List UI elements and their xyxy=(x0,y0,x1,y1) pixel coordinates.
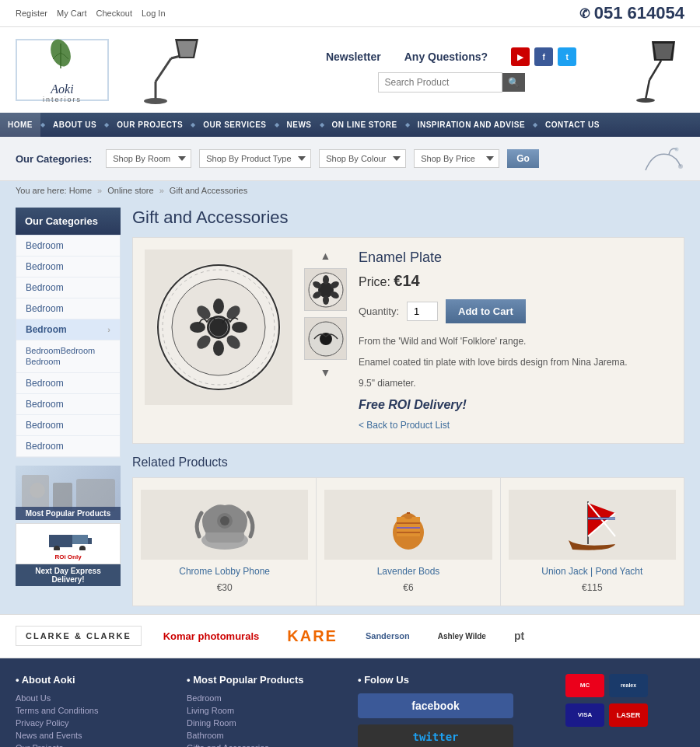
visa-icon: VISA xyxy=(565,703,604,727)
related-name-2[interactable]: Union Jack | Pond Yacht xyxy=(509,566,676,577)
sidebar-item[interactable]: Bedroom xyxy=(16,257,120,278)
mastercard-icon: MC xyxy=(565,674,604,697)
twitter-icon[interactable]: t xyxy=(558,47,576,66)
next-day-banner[interactable]: ROi Only Next Day Express Delivery! xyxy=(16,523,121,586)
search-button[interactable]: 🔍 xyxy=(502,73,525,92)
breadcrumb-online-store[interactable]: Online store xyxy=(107,186,153,195)
go-button[interactable]: Go xyxy=(507,149,539,168)
login-link[interactable]: Log In xyxy=(142,9,166,18)
newsletter-button[interactable]: Newsletter xyxy=(326,51,381,63)
related-item-0[interactable]: Chrome Lobby Phone €30 xyxy=(133,478,317,606)
footer-terms[interactable]: Terms and Conditions xyxy=(16,706,171,715)
related-name-1[interactable]: Lavender Bods xyxy=(324,566,492,577)
brand-ashley[interactable]: Ashley Wilde xyxy=(432,629,492,644)
shop-by-colour-select[interactable]: Shop By Colour xyxy=(319,149,406,168)
related-image-0 xyxy=(141,490,308,560)
breadcrumb: You are here: Home » Online store » Gift… xyxy=(0,181,700,200)
roi-label: ROi Only xyxy=(19,553,117,560)
sidebar-item[interactable]: BedroomBedroomBedroom xyxy=(16,340,120,373)
footer-pop-gifts[interactable]: Gifts and Accessories xyxy=(187,743,342,747)
related-products-grid: Chrome Lobby Phone €30 xyxy=(132,477,684,606)
social-icons-area: ▶ f t xyxy=(511,47,576,66)
checkout-link[interactable]: Checkout xyxy=(96,9,131,18)
nav-online-store[interactable]: ON LINE STORE xyxy=(324,113,405,137)
related-products-title: Related Products xyxy=(132,456,684,469)
sidebar-item[interactable]: Bedroom xyxy=(16,436,120,457)
yacht-svg xyxy=(557,494,627,556)
add-to-cart-button[interactable]: Add to Cart xyxy=(446,299,526,323)
sidebar-popular-banner[interactable]: Most Popular Products xyxy=(16,466,121,520)
svg-point-23 xyxy=(79,546,86,550)
svg-point-51 xyxy=(220,516,229,525)
footer-pop-bathroom[interactable]: Bathroom xyxy=(187,731,342,740)
phone-icon: ✆ xyxy=(579,6,590,21)
nav-about[interactable]: ABOUT US xyxy=(45,113,104,137)
footer-about-us[interactable]: About Us xyxy=(16,693,171,703)
my-cart-link[interactable]: My Cart xyxy=(57,9,87,18)
questions-button[interactable]: Any Questions? xyxy=(404,51,488,63)
back-to-list-link[interactable]: < Back to Product List xyxy=(359,420,450,431)
sidebar-list: Bedroom Bedroom Bedroom Bedroom Bedroom … xyxy=(16,235,121,458)
brand-kare[interactable]: KARE xyxy=(281,624,344,648)
sidebar-item[interactable]: Bedroom xyxy=(16,394,120,415)
footer-our-projects[interactable]: Our Projects xyxy=(16,743,171,747)
nav-projects[interactable]: OUR PROJECTS xyxy=(109,113,191,137)
categories-bar: Our Categories: Shop By Room Shop By Pro… xyxy=(0,137,700,181)
nav-inspiration[interactable]: INSPIRATION AND ADVISE xyxy=(410,113,533,137)
shop-by-price-select[interactable]: Shop By Price xyxy=(414,149,499,168)
svg-marker-7 xyxy=(177,41,196,57)
nav-home[interactable]: HOME xyxy=(0,113,40,137)
footer-pop-living[interactable]: Living Room xyxy=(187,706,342,715)
nav-contact[interactable]: CONTACT US xyxy=(537,113,607,137)
thumb-up-button[interactable]: ▲ xyxy=(320,250,331,262)
brand-komar[interactable]: Komar photomurals xyxy=(157,627,266,645)
footer: About Aoki About Us Terms and Conditions… xyxy=(0,658,700,747)
header-middle: Newsletter Any Questions? ▶ f t 🔍 xyxy=(296,47,607,93)
footer-pop-bedroom[interactable]: Bedroom xyxy=(187,693,342,703)
youtube-icon[interactable]: ▶ xyxy=(511,47,530,66)
svg-rect-21 xyxy=(88,538,92,544)
sidebar-item[interactable]: Bedroom xyxy=(16,373,120,394)
product-name: Enamel Plate xyxy=(359,250,672,266)
lamp-decoration xyxy=(124,35,280,105)
facebook-icon[interactable]: f xyxy=(534,47,553,66)
search-input[interactable] xyxy=(378,72,502,93)
brand-sanderson[interactable]: Sanderson xyxy=(359,628,416,644)
quantity-input[interactable] xyxy=(407,302,438,321)
floral-decoration xyxy=(638,143,684,174)
shop-by-room-select[interactable]: Shop By Room xyxy=(106,149,191,168)
related-name-0[interactable]: Chrome Lobby Phone xyxy=(141,566,308,577)
price-label: Price: xyxy=(359,275,390,288)
brands-bar: CLARKE & CLARKE Komar photomurals KARE S… xyxy=(0,614,700,658)
thumbnail-1[interactable] xyxy=(304,268,347,311)
header: Aoki interiors Newsletter Any Questions?… xyxy=(0,27,700,113)
sidebar-item[interactable]: Bedroom xyxy=(16,415,120,436)
product-description-2: Enamel coated tin plate with love birds … xyxy=(359,355,672,370)
footer-pop-dining[interactable]: Dining Room xyxy=(187,718,342,728)
chevron-right-icon: › xyxy=(107,325,110,334)
register-link[interactable]: Register xyxy=(16,9,47,18)
footer-privacy[interactable]: Privacy Policy xyxy=(16,718,171,728)
thumb-down-button[interactable]: ▼ xyxy=(320,366,331,379)
brand-pt[interactable]: pt xyxy=(508,627,530,645)
lamp-svg xyxy=(124,35,218,105)
sidebar-item[interactable]: Bedroom xyxy=(16,278,120,298)
shop-by-product-select[interactable]: Shop By Product Type xyxy=(199,149,311,168)
sidebar-item-active[interactable]: Bedroom › xyxy=(16,319,120,340)
logo-box[interactable]: Aoki interiors xyxy=(16,39,109,101)
thumb-svg-1 xyxy=(306,271,345,309)
nav-services[interactable]: OUR SERVICES xyxy=(195,113,274,137)
logo-sub: interiors xyxy=(41,96,84,103)
related-item-2[interactable]: Union Jack | Pond Yacht €115 xyxy=(501,478,684,606)
footer-twitter-button[interactable]: twitter xyxy=(358,724,513,747)
thumbnail-2[interactable] xyxy=(304,317,347,360)
nav-news[interactable]: NEWS xyxy=(279,113,320,137)
footer-news-events[interactable]: News and Events xyxy=(16,731,171,740)
related-item-1[interactable]: Lavender Bods €6 xyxy=(317,478,500,606)
footer-facebook-button[interactable]: facebook xyxy=(358,693,513,718)
sidebar-item[interactable]: Bedroom xyxy=(16,236,120,257)
logo-svg xyxy=(41,37,84,80)
brand-clarke[interactable]: CLARKE & CLARKE xyxy=(16,626,142,646)
breadcrumb-home[interactable]: Home xyxy=(69,186,92,195)
sidebar-item[interactable]: Bedroom xyxy=(16,298,120,319)
